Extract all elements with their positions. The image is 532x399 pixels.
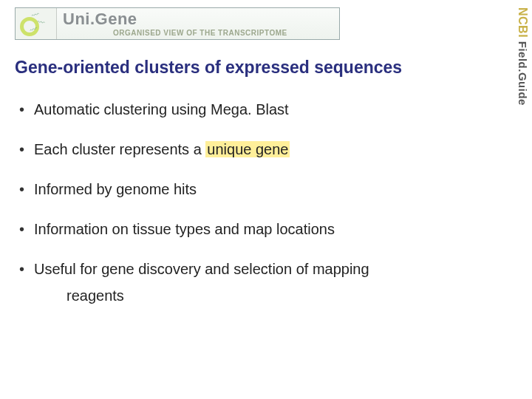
- bullet-list: Automatic clustering using Mega. Blast E…: [15, 100, 510, 305]
- list-item: Useful for gene discovery and selection …: [34, 259, 510, 305]
- slide-title: Gene-oriented clusters of expressed sequ…: [15, 58, 510, 78]
- slide: 〰 〰 〰 Uni.Gene ORGANISED VIEW OF THE TRA…: [0, 0, 532, 399]
- list-item: Informed by genome hits: [34, 180, 510, 199]
- brand-suffix: Gene: [95, 10, 137, 28]
- list-item: Information on tissue types and map loca…: [34, 219, 510, 239]
- bullet-line2: reagents: [34, 286, 510, 305]
- unigene-banner: 〰 〰 〰 Uni.Gene ORGANISED VIEW OF THE TRA…: [15, 7, 340, 40]
- bullet-text-pre: Each cluster represents a: [34, 141, 205, 157]
- banner-text: Uni.Gene ORGANISED VIEW OF THE TRANSCRIP…: [57, 11, 339, 37]
- unigene-logo-icon: 〰 〰 〰: [16, 8, 57, 39]
- list-item: Automatic clustering using Mega. Blast: [34, 100, 510, 119]
- side-label-bold: NCBI: [516, 7, 529, 38]
- list-item: Each cluster represents a unique gene: [34, 140, 510, 159]
- banner-tagline: ORGANISED VIEW OF THE TRANSCRIPTOME: [63, 29, 339, 37]
- side-label: NCBI Field.Guide: [516, 7, 529, 106]
- brand-prefix: Uni.: [63, 10, 95, 28]
- bullet-line1: Useful for gene discovery and selection …: [34, 261, 369, 277]
- side-label-rest: Field.Guide: [516, 38, 529, 106]
- highlighted-phrase: unique gene: [205, 141, 290, 157]
- brand-name: Uni.Gene: [63, 11, 339, 27]
